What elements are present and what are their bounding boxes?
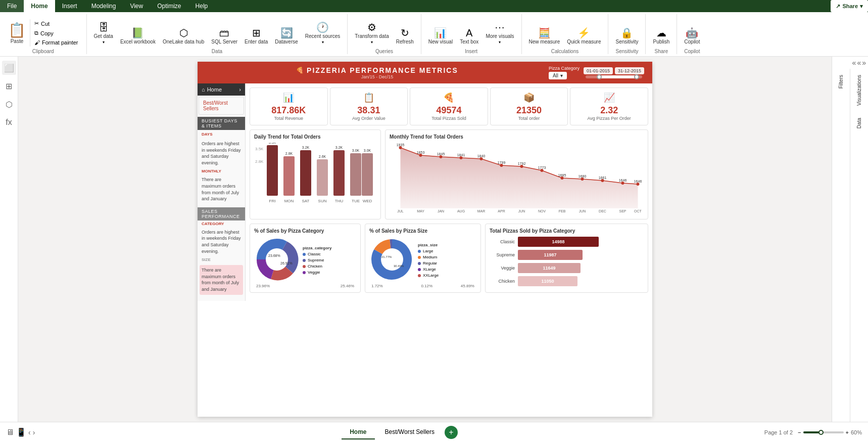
onelake-button[interactable]: ⬡ OneLake data hub (160, 26, 207, 47)
date-slider[interactable] (586, 75, 642, 78)
date-start[interactable]: 01-01-2015 (584, 67, 613, 74)
nav-arrow-icon: › (239, 86, 241, 93)
quick-measure-button[interactable]: ⚡ Quick measure (564, 26, 604, 47)
size-text: There are maximum orders from month of J… (200, 265, 243, 294)
menu-view[interactable]: View (123, 0, 150, 12)
collapse-right-icon[interactable]: « (857, 59, 861, 67)
menu-optimize[interactable]: Optimize (150, 0, 188, 12)
tablet-view-icon[interactable]: 📱 (16, 427, 26, 437)
more-visuals-button[interactable]: ⋯ More visuals ▾ (483, 20, 517, 47)
size-header: SIZE (198, 256, 245, 263)
quick-measure-icon: ⚡ (577, 28, 590, 38)
share-group-label: Share (650, 49, 672, 54)
svg-text:30.49%: 30.49% (394, 264, 404, 268)
expand-icon[interactable]: » (862, 59, 866, 67)
transform-icon: ⚙ (367, 22, 376, 32)
clipboard-label: Clipboard (4, 49, 82, 54)
svg-rect-8 (317, 159, 328, 196)
visualizations-tab[interactable]: Visualizations (853, 69, 865, 112)
share-chevron-icon: ▾ (860, 3, 863, 10)
total-sold-value: 49574 (414, 105, 484, 116)
new-measure-button[interactable]: 🧮 New measure (526, 26, 563, 47)
revenue-value: 817.86K (254, 105, 323, 116)
zoom-out-icon[interactable]: − (798, 429, 801, 435)
sales-header: SALES PERFORMANCE (198, 207, 245, 221)
menu-modeling[interactable]: Modeling (84, 0, 123, 12)
queries-inner: ⚙ Transform data ▾ ↻ Refresh (352, 14, 416, 47)
dax-query-icon[interactable]: fx (2, 115, 16, 129)
recent-sources-button[interactable]: 🕐 Recent sources ▾ (302, 20, 343, 47)
category-dropdown[interactable]: All ▾ (549, 72, 567, 79)
refresh-button[interactable]: ↻ Refresh (393, 26, 417, 47)
date-end[interactable]: 31-12-2015 (615, 67, 644, 74)
svg-text:1661: 1661 (599, 176, 607, 180)
next-page-icon[interactable]: › (33, 428, 35, 436)
format-painter-button[interactable]: 🖌 Format painter (32, 38, 80, 47)
add-page-button[interactable]: + (445, 426, 458, 439)
collapse-left-icon[interactable]: « (852, 59, 856, 67)
share-icon: ↗ (836, 3, 840, 10)
copy-button[interactable]: ⧉ Copy (32, 29, 80, 37)
nav-best-worst[interactable]: Best/Worst Sellers (199, 97, 244, 115)
transform-button[interactable]: ⚙ Transform data ▾ (352, 20, 392, 47)
calculations-group: 🧮 New measure ⚡ Quick measure Calculatio… (522, 14, 609, 54)
insert-group: 📊 New visual A Text box ⋯ More visuals ▾… (421, 14, 522, 54)
new-visual-button[interactable]: 📊 New visual (425, 26, 456, 47)
bottom-bar: 🖥 📱 ‹ › Home Best/Worst Sellers + Page 1… (0, 422, 868, 441)
svg-text:FEB: FEB (559, 209, 566, 213)
zoom-slider[interactable] (803, 431, 844, 433)
menu-home[interactable]: Home (24, 0, 55, 12)
sensitivity-button[interactable]: 🔒 Sensitivity (612, 26, 641, 47)
menu-help[interactable]: Help (188, 0, 215, 12)
sensitivity-inner: 🔒 Sensitivity (612, 14, 641, 47)
sensitivity-label: Sensitivity (612, 49, 641, 54)
share-button[interactable]: ↗ Share ▾ (831, 0, 868, 12)
nav-home-button[interactable]: ⌂ Home › (198, 83, 245, 96)
svg-rect-2 (267, 145, 278, 196)
svg-text:3.2K: 3.2K (335, 146, 343, 149)
excel-button[interactable]: 📗 Excel workbook (117, 26, 159, 47)
svg-text:SUN: SUN (318, 199, 327, 203)
transform-chevron: ▾ (371, 40, 373, 45)
left-icon-strip: ⬜ ⊞ ⬡ fx (0, 57, 18, 422)
filters-tab[interactable]: Filters (835, 69, 847, 95)
prev-page-icon[interactable]: ‹ (28, 428, 31, 436)
data-tab[interactable]: Data (853, 112, 865, 135)
zoom-handle[interactable] (818, 430, 824, 435)
cut-button[interactable]: ✂ Cut (32, 19, 80, 28)
svg-text:SEP: SEP (619, 209, 626, 213)
report-view-icon[interactable]: ⬜ (2, 61, 16, 75)
get-data-button[interactable]: 🗄 Get data ▾ (91, 20, 116, 47)
sql-server-button[interactable]: 🗃 SQL Server (208, 26, 240, 47)
tab-home[interactable]: Home (342, 425, 374, 439)
filter-label: Pizza Category (549, 66, 580, 71)
svg-text:3.5K: 3.5K (269, 143, 276, 144)
date-filter: 01-01-2015 31-12-2015 (584, 67, 644, 78)
enter-data-button[interactable]: ⊞ Enter data (242, 26, 271, 47)
svg-text:2.8K: 2.8K (285, 152, 293, 155)
zoom-in-icon[interactable]: + (846, 429, 849, 435)
publish-button[interactable]: ☁ Publish (650, 26, 672, 47)
svg-text:26.91%: 26.91% (280, 261, 293, 265)
copilot-button[interactable]: 🤖 Copilot (681, 26, 703, 47)
revenue-icon: 📊 (254, 92, 323, 103)
menu-file[interactable]: File (0, 0, 24, 12)
menu-insert[interactable]: Insert (55, 0, 84, 12)
monthly-text: There are maximum orders from month of J… (198, 174, 245, 204)
paste-button[interactable]: 📋 Paste (4, 19, 30, 47)
category-text: Orders are highest in weekends Friday an… (198, 227, 245, 256)
home-icon: ⌂ (202, 86, 205, 93)
slider-handle-right[interactable] (634, 74, 639, 79)
canvas[interactable]: 🍕 PIZZERIA PERFORMANCE METRICS Jan/15 - … (18, 57, 832, 422)
text-box-button[interactable]: A Text box (457, 26, 481, 47)
svg-text:AUG: AUG (457, 209, 465, 213)
tab-best-worst[interactable]: Best/Worst Sellers (377, 425, 443, 439)
desktop-view-icon[interactable]: 🖥 (6, 428, 14, 437)
slider-handle-left[interactable] (597, 74, 602, 79)
days-header: DAYS (198, 130, 245, 139)
dataverse-button[interactable]: 🔄 Dataverse (272, 26, 301, 47)
panel-controls: « « » (832, 57, 868, 69)
table-view-icon[interactable]: ⊞ (2, 79, 16, 93)
model-view-icon[interactable]: ⬡ (2, 97, 16, 111)
chart-row-2: % of Sales by Pizza Category (250, 224, 648, 293)
